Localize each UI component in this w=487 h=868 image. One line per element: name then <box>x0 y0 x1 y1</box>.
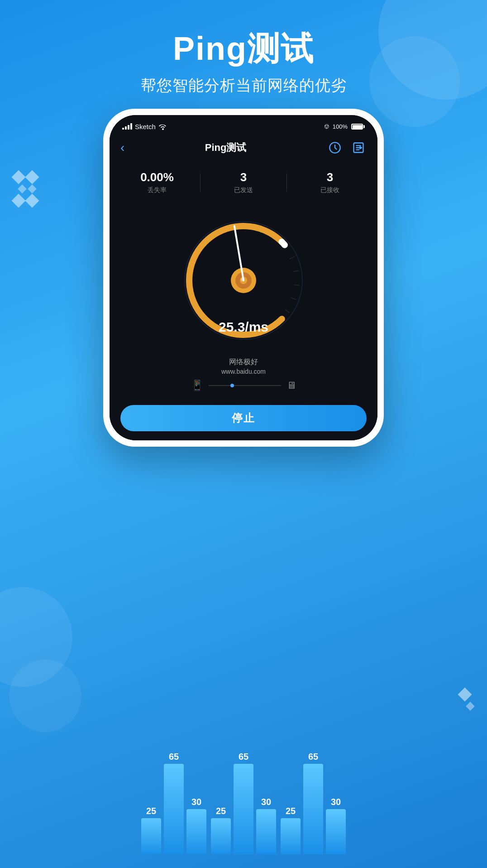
bar-item: 65 <box>234 752 253 854</box>
bar-rect <box>211 818 231 854</box>
phone-notch <box>207 115 280 129</box>
server-device-icon: 🖥 <box>286 380 296 391</box>
bar-chart-area: 25 65 30 25 65 30 25 <box>0 714 487 868</box>
network-connection-line: 📱 🖥 <box>110 380 377 396</box>
carrier-label: Sketch <box>135 123 156 130</box>
history-button[interactable] <box>327 140 343 156</box>
network-status: 网络极好 www.baidu.com 📱 🖥 <box>110 353 377 398</box>
stop-button-area: 停止 <box>110 398 377 440</box>
bar-item: 25 <box>281 806 301 854</box>
bar-item: 30 <box>326 797 346 854</box>
diamond-icon <box>25 170 39 184</box>
diamond-icon <box>11 193 25 207</box>
gauge-container: 25.3/ms <box>176 212 311 348</box>
bar-label: 65 <box>308 752 318 762</box>
bar-rect <box>186 809 206 854</box>
stop-button[interactable]: 停止 <box>120 405 367 431</box>
bar-item: 65 <box>164 752 184 854</box>
bar-rect <box>326 809 346 854</box>
diamond-decorations-right <box>460 690 473 709</box>
diamond-icon <box>25 193 39 207</box>
bar-item: 25 <box>211 806 231 854</box>
bar-label: 25 <box>286 806 296 816</box>
bar-item: 30 <box>186 797 206 854</box>
svg-line-16 <box>294 285 300 285</box>
bar-group-2: 25 65 30 <box>211 752 276 854</box>
bar-rect <box>256 809 276 854</box>
svg-line-14 <box>290 257 295 259</box>
bar-label: 25 <box>216 806 226 816</box>
stat-received: 3 已接收 <box>287 170 373 194</box>
network-url: www.baidu.com <box>110 368 377 375</box>
status-bar: Sketch ⎊ 100% <box>110 115 377 134</box>
diamond-icon <box>458 687 472 701</box>
bluetooth-icon: ⎊ <box>325 122 329 130</box>
battery-fill <box>353 125 363 129</box>
phone-outer: Sketch ⎊ 100% <box>103 109 384 447</box>
diamond-decorations-left <box>14 172 37 206</box>
status-left: Sketch <box>122 123 167 130</box>
phone-inner: Sketch ⎊ 100% <box>110 115 377 440</box>
phone-mockup: Sketch ⎊ 100% <box>103 109 384 447</box>
bar-label: 30 <box>261 797 271 807</box>
stat-loss-rate: 0.00% 丢失率 <box>114 170 200 194</box>
battery-tip <box>363 125 365 128</box>
bar-item: 25 <box>141 806 161 854</box>
diamond-icon <box>466 702 475 711</box>
wifi-icon <box>158 123 167 130</box>
stat-received-value: 3 <box>287 170 373 184</box>
bar-label: 30 <box>331 797 341 807</box>
bar-label: 25 <box>146 806 156 816</box>
gauge-value: 25.3/ms <box>219 319 268 335</box>
stat-received-label: 已接收 <box>287 186 373 194</box>
svg-line-15 <box>293 270 299 271</box>
stat-sent: 3 已发送 <box>201 170 286 194</box>
export-button[interactable] <box>350 140 367 156</box>
diamond-icon <box>18 184 27 193</box>
diamond-icon <box>28 184 37 193</box>
svg-line-17 <box>291 298 296 299</box>
stat-loss-value: 0.00% <box>114 170 200 184</box>
network-quality-label: 网络极好 <box>110 357 377 367</box>
nav-icons <box>327 140 367 156</box>
bar-rect <box>164 764 184 854</box>
signal-bar-3 <box>128 125 129 130</box>
svg-line-18 <box>285 309 290 313</box>
nav-bar: ‹ Ping测试 <box>110 134 377 161</box>
gauge-area: 25.3/ms <box>110 203 377 353</box>
header-area: Ping测试 帮您智能分析当前网络的优劣 <box>0 0 487 96</box>
diamond-icon <box>11 170 25 184</box>
network-progress-line <box>209 385 281 386</box>
stat-sent-value: 3 <box>201 170 286 184</box>
signal-bar-2 <box>125 126 127 130</box>
bar-item: 65 <box>303 752 323 854</box>
bar-rect <box>141 818 161 854</box>
bar-label: 30 <box>191 797 201 807</box>
bar-group-3: 25 65 30 <box>281 752 346 854</box>
stats-row: 0.00% 丢失率 3 已发送 3 已接收 <box>110 161 377 203</box>
signal-bar-1 <box>122 128 124 130</box>
signal-bar-4 <box>130 123 132 130</box>
phone-device-icon: 📱 <box>191 380 203 391</box>
bar-rect <box>281 818 301 854</box>
signal-bars-icon <box>122 123 132 130</box>
sub-title: 帮您智能分析当前网络的优劣 <box>0 75 487 96</box>
bar-label: 65 <box>169 752 179 762</box>
back-button[interactable]: ‹ <box>120 140 124 155</box>
nav-title: Ping测试 <box>205 141 247 154</box>
battery-percent: 100% <box>333 123 348 130</box>
battery-icon <box>351 124 365 130</box>
svg-point-33 <box>241 278 244 281</box>
stat-loss-label: 丢失率 <box>114 186 200 194</box>
network-progress-dot <box>230 384 234 387</box>
export-icon <box>352 141 365 154</box>
bar-label: 65 <box>239 752 248 762</box>
bar-item: 30 <box>256 797 276 854</box>
stat-sent-label: 已发送 <box>201 186 286 194</box>
battery-body <box>351 124 363 130</box>
main-title: Ping测试 <box>0 27 487 71</box>
status-right: ⎊ 100% <box>325 122 365 130</box>
bar-rect <box>234 764 253 854</box>
history-icon <box>329 141 341 154</box>
bar-rect <box>303 764 323 854</box>
